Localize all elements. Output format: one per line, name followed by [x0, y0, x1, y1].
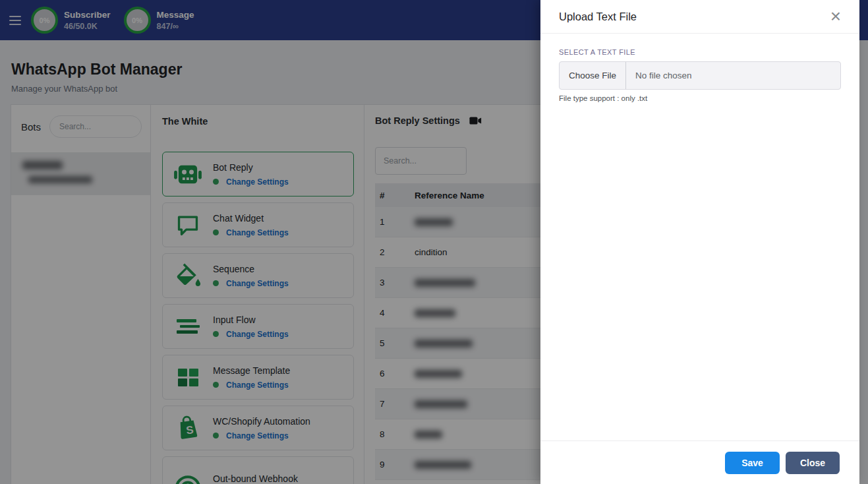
close-icon[interactable]: ×	[830, 9, 841, 24]
choose-file-button[interactable]: Choose File	[560, 62, 626, 89]
file-type-helper-text: File type support : only .txt	[559, 94, 841, 102]
save-button[interactable]: Save	[725, 452, 780, 474]
modal-title: Upload Text File	[559, 11, 637, 23]
upload-text-file-modal: Upload Text File × SELECT A TEXT FILE Ch…	[540, 0, 859, 484]
file-chosen-status: No file chosen	[626, 62, 692, 89]
close-button[interactable]: Close	[786, 452, 840, 474]
file-upload-input[interactable]: Choose File No file chosen	[559, 61, 841, 90]
file-field-label: SELECT A TEXT FILE	[559, 48, 841, 56]
